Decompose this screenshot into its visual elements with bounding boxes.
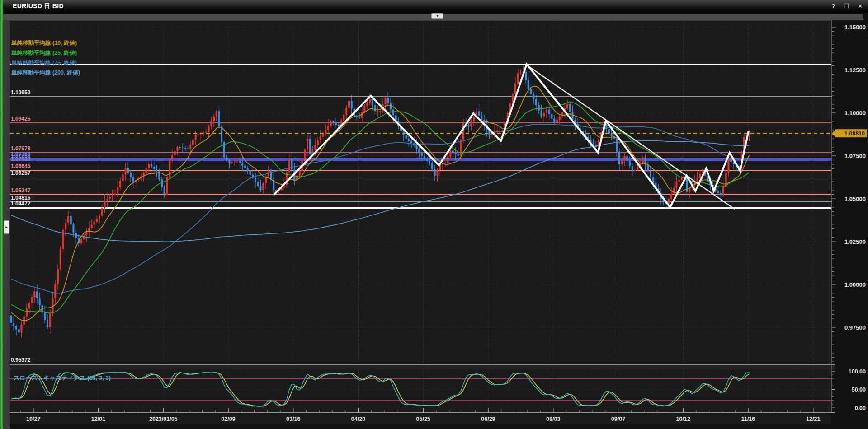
price-axis[interactable]: 1.150001.125001.100001.075001.050001.025… [832, 24, 866, 411]
date-axis-label: 12/01 [91, 416, 105, 422]
price-axis-label: 1.00000 [844, 281, 866, 288]
date-axis-label: 11/16 [741, 416, 755, 422]
price-axis-label: 1.05000 [844, 196, 866, 202]
date-axis-label: 2023/01/05 [149, 416, 178, 422]
price-level-label: 1.04816 [11, 195, 31, 201]
candle-bull [60, 247, 61, 271]
left-panel-strip: ▶ [3, 20, 10, 429]
chart-canvas[interactable]: 11.109501.094251.076781.073581.072681.07… [0, 0, 868, 429]
price-axis-label: 0.97500 [844, 324, 866, 331]
price-axis-label: 1.07500 [844, 153, 866, 159]
price-level-label: 1.04472 [11, 201, 31, 207]
price-level-label: 1.05247 [11, 187, 31, 194]
price-level-label: 1.07088 [11, 156, 31, 162]
price-level-label: 1.10950 [11, 89, 31, 96]
toolbar-collapse-button[interactable]: ▼ [431, 13, 443, 19]
price-axis-label: 1.15000 [844, 24, 866, 31]
stoch-axis-label: 0.00 [855, 405, 866, 411]
date-axis-label: 06/29 [481, 416, 495, 422]
legend-item[interactable]: 単純移動平均線 (25, 終値) [11, 50, 77, 56]
window-title: EUR/USD 日 BID [13, 2, 64, 10]
current-price-value: 1.08810 [844, 131, 865, 137]
date-axis-label: 05/25 [416, 416, 430, 422]
price-level-label: 0.95372 [11, 357, 31, 363]
stoch-axis-label: 100.00 [849, 368, 866, 375]
price-axis-label: 1.12500 [844, 67, 866, 74]
maximize-button[interactable]: ❐ [844, 0, 849, 13]
toolbar: ▼ [3, 14, 863, 20]
legend-item[interactable]: 単純移動平均線 (75, 終値) [11, 60, 77, 66]
date-axis-label: 03/16 [286, 416, 300, 422]
stoch-axis-label: 50.00 [852, 387, 866, 393]
chevron-right-icon: ▶ [5, 226, 8, 228]
price-level-label: 1.06645 [11, 163, 31, 169]
date-axis-label: 10/27 [26, 416, 40, 422]
date-axis-label: 09/07 [611, 416, 625, 422]
stochastic-label[interactable]: スローストキャスティクス (25, 3, 3) [14, 374, 111, 381]
window-controls: ? ❐ ✕ [831, 0, 863, 13]
date-axis-label: 10/12 [676, 416, 690, 422]
title-bar[interactable]: EUR/USD 日 BID ? ❐ ✕ [3, 0, 868, 13]
price-level-label: 1.06257 [11, 170, 31, 176]
window-left-edge [0, 0, 3, 429]
current-price-badge: 1.08810 [832, 129, 867, 137]
help-button[interactable]: ? [831, 0, 835, 13]
price-axis-label: 1.10000 [844, 110, 866, 117]
date-axis-label: 08/03 [546, 416, 560, 422]
candle-bear [223, 140, 225, 159]
close-button[interactable]: ✕ [858, 0, 863, 13]
date-axis-label: 02/09 [221, 416, 235, 422]
chevron-down-icon: ▼ [436, 14, 439, 18]
price-level-label: 1.09425 [11, 116, 31, 122]
legend-item[interactable]: 単純移動平均線 (10, 終値) [11, 40, 77, 46]
candle-bull [169, 158, 170, 179]
chart-window: 11.109501.094251.076781.073581.072681.07… [0, 0, 868, 429]
price-axis-label: 1.02500 [844, 238, 866, 245]
date-axis-label: 12/21 [806, 416, 820, 422]
legend-item[interactable]: 単純移動平均線 (200, 終値) [11, 70, 80, 76]
panel-expand-button[interactable]: ▶ [4, 220, 9, 234]
date-axis-label: 04/20 [351, 416, 365, 422]
